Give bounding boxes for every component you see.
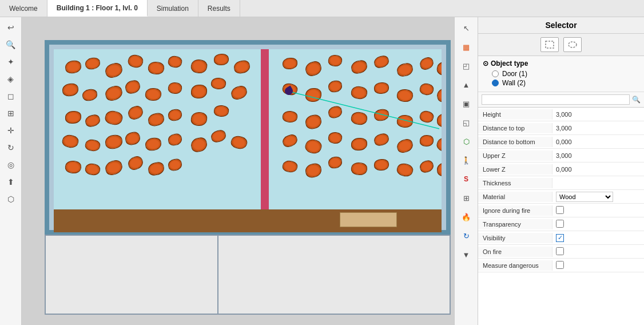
agent bbox=[436, 61, 442, 77]
visibility-checked[interactable]: ✓ bbox=[556, 234, 564, 242]
agent bbox=[61, 133, 79, 149]
collapse-icon[interactable]: ⊙ bbox=[483, 60, 488, 68]
agent bbox=[374, 82, 389, 94]
agent bbox=[418, 56, 435, 72]
right-btn-floor[interactable]: ◰ bbox=[457, 57, 475, 74]
height-input[interactable] bbox=[556, 111, 596, 118]
lasso-select-btn[interactable] bbox=[563, 37, 582, 52]
tab-building[interactable]: Building 1 : Floor 1, lvl. 0 bbox=[47, 0, 148, 17]
transparency-checkbox[interactable] bbox=[556, 220, 564, 228]
upper-z-input[interactable] bbox=[556, 152, 596, 159]
right-btn-agent[interactable]: 🚶 bbox=[457, 152, 475, 169]
radio-circle-door[interactable] bbox=[492, 70, 499, 77]
floor-plan bbox=[45, 40, 451, 315]
agent bbox=[350, 161, 368, 176]
agent bbox=[396, 114, 414, 129]
agent bbox=[104, 109, 124, 127]
right-btn-room[interactable]: ◱ bbox=[457, 114, 475, 131]
tab-simulation[interactable]: Simulation bbox=[148, 0, 198, 17]
tab-welcome[interactable]: Welcome bbox=[0, 0, 47, 17]
search-row: 🔍 bbox=[478, 92, 644, 108]
prop-label-measure-dangerous: Measure dangerous bbox=[478, 260, 552, 271]
agent bbox=[104, 84, 124, 102]
agent bbox=[419, 134, 434, 147]
tool-layers[interactable]: ⬆ bbox=[2, 174, 19, 190]
prop-value-dist-top[interactable] bbox=[552, 124, 644, 133]
right-btn-stair[interactable]: ▲ bbox=[457, 76, 475, 93]
lower-z-input[interactable] bbox=[556, 166, 596, 173]
radio-wall[interactable]: Wall (2) bbox=[492, 79, 639, 87]
radio-door-label: Door (1) bbox=[502, 70, 527, 78]
right-btn-fire[interactable]: 🔥 bbox=[457, 208, 475, 225]
agent bbox=[168, 133, 183, 146]
prop-value-upper-z[interactable] bbox=[552, 151, 644, 160]
agent bbox=[436, 162, 442, 177]
right-btn-rotate[interactable]: ↻ bbox=[457, 227, 475, 244]
agent bbox=[167, 54, 183, 69]
agent bbox=[126, 154, 145, 171]
tool-grid[interactable]: ⊞ bbox=[2, 105, 19, 121]
right-btn-grid[interactable]: ⊞ bbox=[457, 189, 475, 207]
right-btn-more[interactable]: ▼ bbox=[457, 246, 475, 263]
thickness-input[interactable] bbox=[556, 180, 596, 187]
agent bbox=[350, 59, 368, 75]
agent bbox=[65, 60, 82, 74]
tan-rect-right bbox=[340, 212, 397, 227]
crowd-area bbox=[54, 49, 442, 209]
prop-label-height: Height bbox=[478, 109, 552, 120]
prop-value-thickness[interactable] bbox=[552, 179, 644, 188]
agent bbox=[84, 138, 101, 153]
agent bbox=[104, 158, 124, 177]
radio-door[interactable]: Door (1) bbox=[492, 70, 639, 78]
measure-dangerous-checkbox[interactable] bbox=[556, 261, 564, 269]
tool-3d[interactable]: ◻ bbox=[2, 88, 19, 104]
prop-value-measure-dangerous[interactable] bbox=[552, 260, 644, 271]
search-input[interactable] bbox=[482, 94, 630, 105]
agent bbox=[168, 109, 182, 121]
tool-zoom[interactable]: 🔍 bbox=[2, 37, 19, 53]
prop-value-dist-bottom[interactable] bbox=[552, 137, 644, 146]
prop-value-ignore-fire[interactable] bbox=[552, 205, 644, 216]
tool-cross[interactable]: ✛ bbox=[2, 122, 19, 138]
prop-value-height[interactable] bbox=[552, 110, 644, 119]
agent bbox=[327, 54, 343, 68]
prop-label-dist-top: Distance to top bbox=[478, 123, 552, 133]
tool-export[interactable]: ⬡ bbox=[2, 191, 19, 207]
agent bbox=[65, 111, 81, 124]
right-btn-source[interactable]: S bbox=[457, 171, 475, 188]
canvas-inner bbox=[27, 23, 454, 325]
tool-shapes[interactable]: ◈ bbox=[2, 71, 19, 87]
right-btn-selector[interactable]: ↖ bbox=[457, 19, 475, 37]
agent bbox=[374, 158, 389, 171]
material-select[interactable]: WoodConcreteGlassMetal bbox=[556, 192, 613, 202]
prop-value-lower-z[interactable] bbox=[552, 165, 644, 174]
agent bbox=[328, 80, 343, 93]
agent bbox=[124, 131, 141, 146]
right-btn-window[interactable]: ▣ bbox=[457, 95, 475, 112]
rect-select-btn[interactable] bbox=[540, 37, 559, 52]
prop-value-transparency[interactable] bbox=[552, 219, 644, 230]
prop-value-visibility[interactable]: ✓ bbox=[552, 233, 644, 243]
prop-value-on-fire[interactable] bbox=[552, 246, 644, 257]
agent bbox=[281, 160, 298, 174]
canvas-area[interactable] bbox=[22, 17, 454, 325]
object-type-header: ⊙ Object type bbox=[483, 60, 639, 68]
right-btn-exit[interactable]: ⬡ bbox=[457, 133, 475, 150]
prop-value-material[interactable]: WoodConcreteGlassMetal bbox=[552, 191, 644, 203]
on-fire-checkbox[interactable] bbox=[556, 247, 564, 255]
tool-star[interactable]: ✦ bbox=[2, 54, 19, 70]
tab-results[interactable]: Results bbox=[198, 0, 240, 17]
tool-camera[interactable]: ◎ bbox=[2, 157, 19, 173]
right-btn-wall[interactable]: ▦ bbox=[457, 38, 475, 56]
radio-circle-wall[interactable] bbox=[492, 80, 499, 86]
object-type-section: ⊙ Object type Door (1) Wall (2) bbox=[478, 56, 644, 92]
agent bbox=[229, 84, 248, 101]
divider-wall bbox=[261, 49, 269, 209]
agent bbox=[85, 57, 101, 70]
dist-bottom-input[interactable] bbox=[556, 138, 596, 145]
agent bbox=[304, 60, 323, 77]
ignore-fire-checkbox[interactable] bbox=[556, 206, 564, 214]
tool-rotate[interactable]: ↻ bbox=[2, 140, 19, 156]
dist-top-input[interactable] bbox=[556, 125, 596, 132]
tool-undo[interactable]: ↩ bbox=[2, 19, 19, 35]
